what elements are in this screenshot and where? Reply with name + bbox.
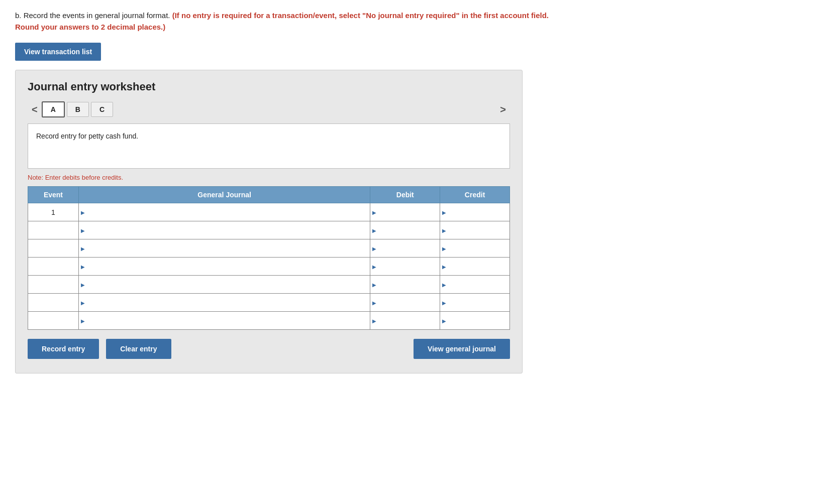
action-buttons-row: Record entry Clear entry View general jo… bbox=[28, 339, 510, 359]
journal-input-5[interactable] bbox=[79, 276, 370, 293]
table-row bbox=[28, 276, 510, 294]
debit-header: Debit bbox=[370, 187, 440, 203]
debit-input-3[interactable] bbox=[370, 239, 440, 257]
debit-cell-5[interactable] bbox=[370, 276, 440, 294]
journal-input-2[interactable] bbox=[79, 221, 370, 239]
debit-credit-note: Note: Enter debits before credits. bbox=[28, 174, 510, 181]
table-row bbox=[28, 312, 510, 330]
debit-cell-6[interactable] bbox=[370, 294, 440, 312]
credit-cell-5[interactable] bbox=[440, 276, 510, 294]
credit-input-1[interactable] bbox=[440, 203, 509, 221]
credit-header: Credit bbox=[440, 187, 510, 203]
tab-b[interactable]: B bbox=[67, 102, 89, 117]
general-journal-header: General Journal bbox=[78, 187, 370, 203]
journal-cell-3[interactable] bbox=[78, 239, 370, 258]
credit-input-7[interactable] bbox=[440, 312, 509, 329]
tab-c[interactable]: C bbox=[91, 102, 113, 117]
debit-cell-4[interactable] bbox=[370, 258, 440, 276]
credit-cell-2[interactable] bbox=[440, 221, 510, 239]
journal-cell-5[interactable] bbox=[78, 276, 370, 294]
view-general-journal-button[interactable]: View general journal bbox=[414, 339, 510, 359]
debit-cell-7[interactable] bbox=[370, 312, 440, 330]
credit-input-6[interactable] bbox=[440, 294, 509, 311]
entry-description-box: Record entry for petty cash fund. bbox=[28, 123, 510, 169]
prev-arrow-button[interactable]: < bbox=[28, 102, 42, 117]
journal-input-7[interactable] bbox=[79, 312, 370, 329]
event-cell-4 bbox=[28, 258, 79, 276]
debit-input-5[interactable] bbox=[370, 276, 440, 293]
table-row bbox=[28, 294, 510, 312]
debit-input-2[interactable] bbox=[370, 221, 440, 239]
table-row bbox=[28, 258, 510, 276]
instructions-prefix: b. Record the events in general journal … bbox=[15, 11, 172, 20]
credit-cell-3[interactable] bbox=[440, 239, 510, 258]
credit-cell-7[interactable] bbox=[440, 312, 510, 330]
table-row bbox=[28, 221, 510, 239]
table-row bbox=[28, 239, 510, 258]
record-entry-button[interactable]: Record entry bbox=[28, 339, 99, 359]
clear-entry-button[interactable]: Clear entry bbox=[106, 339, 171, 359]
event-cell-5 bbox=[28, 276, 79, 294]
next-arrow-button[interactable]: > bbox=[496, 102, 510, 117]
credit-cell-1[interactable] bbox=[440, 203, 510, 221]
journal-cell-7[interactable] bbox=[78, 312, 370, 330]
journal-input-3[interactable] bbox=[79, 239, 370, 257]
debit-input-6[interactable] bbox=[370, 294, 440, 311]
worksheet-title: Journal entry worksheet bbox=[28, 80, 510, 93]
tab-navigation: < A B C > bbox=[28, 101, 510, 117]
journal-cell-2[interactable] bbox=[78, 221, 370, 239]
journal-input-1[interactable] bbox=[79, 203, 370, 221]
journal-cell-1[interactable] bbox=[78, 203, 370, 221]
debit-cell-3[interactable] bbox=[370, 239, 440, 258]
instructions-text: b. Record the events in general journal … bbox=[15, 10, 568, 33]
event-cell-1: 1 bbox=[28, 203, 79, 221]
journal-table: Event General Journal Debit Credit 1 bbox=[28, 186, 510, 330]
event-header: Event bbox=[28, 187, 79, 203]
credit-cell-4[interactable] bbox=[440, 258, 510, 276]
table-row: 1 bbox=[28, 203, 510, 221]
worksheet-container: Journal entry worksheet < A B C > Record… bbox=[15, 70, 523, 373]
debit-cell-1[interactable] bbox=[370, 203, 440, 221]
credit-input-3[interactable] bbox=[440, 239, 509, 257]
journal-input-6[interactable] bbox=[79, 294, 370, 311]
debit-cell-2[interactable] bbox=[370, 221, 440, 239]
credit-cell-6[interactable] bbox=[440, 294, 510, 312]
journal-cell-4[interactable] bbox=[78, 258, 370, 276]
view-transaction-button[interactable]: View transaction list bbox=[15, 43, 101, 61]
event-cell-6 bbox=[28, 294, 79, 312]
debit-input-4[interactable] bbox=[370, 258, 440, 275]
credit-input-4[interactable] bbox=[440, 258, 509, 275]
event-cell-2 bbox=[28, 221, 79, 239]
event-cell-7 bbox=[28, 312, 79, 330]
credit-input-5[interactable] bbox=[440, 276, 509, 293]
entry-description-text: Record entry for petty cash fund. bbox=[36, 132, 138, 140]
tab-a[interactable]: A bbox=[42, 101, 65, 117]
credit-input-2[interactable] bbox=[440, 221, 509, 239]
journal-input-4[interactable] bbox=[79, 258, 370, 275]
debit-input-7[interactable] bbox=[370, 312, 440, 329]
event-cell-3 bbox=[28, 239, 79, 258]
debit-input-1[interactable] bbox=[370, 203, 440, 221]
journal-cell-6[interactable] bbox=[78, 294, 370, 312]
